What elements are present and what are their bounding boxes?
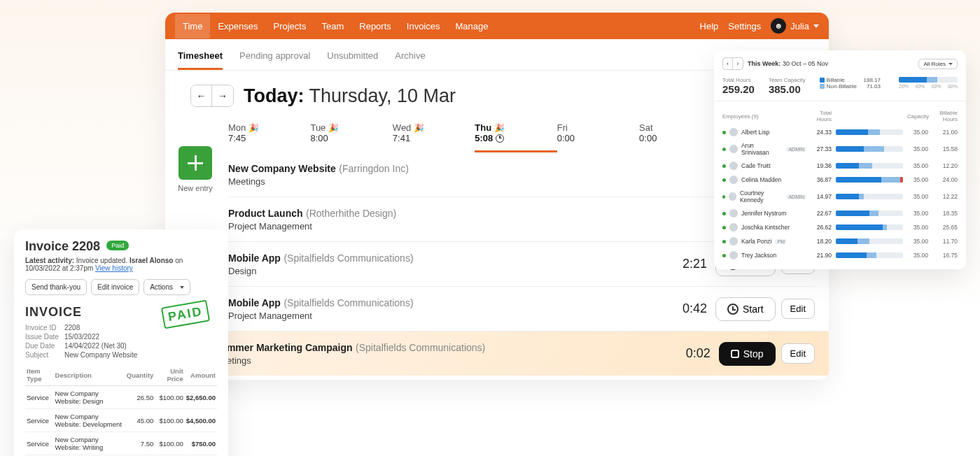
employee-bar [836, 211, 903, 216]
stop-button[interactable]: Stop [719, 342, 776, 366]
tab-archive[interactable]: Archive [395, 46, 425, 70]
total-hours: 259.20 [722, 83, 755, 95]
entry-duration: 0:42 [682, 301, 707, 316]
time-entry[interactable]: Summer Marketing Campaign (Spitalfields … [214, 331, 829, 376]
avatar-icon [729, 176, 738, 184]
settings-link[interactable]: Settings [728, 21, 761, 31]
employee-bar [836, 163, 903, 169]
stop-icon [731, 350, 739, 358]
invoice-line: ServiceNew Company Website: Design26.50$… [25, 386, 217, 409]
avatar-icon [729, 237, 738, 245]
avatar-icon [729, 128, 738, 136]
chevron-down-icon [948, 63, 953, 65]
employees-header[interactable]: Employees (9) [722, 113, 806, 120]
capacity-bar [899, 77, 958, 83]
chevron-down-icon [180, 286, 184, 289]
employee-row[interactable]: Joschka Kintscher 26.62 35.00 25.65 [722, 220, 958, 234]
day-wed[interactable]: Wed 🎉 7:41 [393, 118, 475, 152]
entry-duration: 2:21 [682, 257, 707, 271]
avatar-icon [729, 223, 738, 231]
nav-team[interactable]: Team [314, 14, 351, 38]
edit-invoice-button[interactable]: Edit invoice [91, 279, 139, 295]
employee-bar [836, 129, 903, 135]
nav-projects[interactable]: Projects [266, 14, 314, 38]
nav-manage[interactable]: Manage [448, 14, 496, 38]
day-thu[interactable]: Thu 🎉 5:08 [475, 118, 556, 152]
invoice-line: ServiceNew Company Website: Writing7.50$… [25, 432, 217, 455]
plus-icon[interactable] [178, 146, 212, 180]
send-thankyou-button[interactable]: Send thank-you [25, 279, 87, 295]
avatar-icon [729, 251, 738, 259]
start-button[interactable]: Start [715, 297, 776, 321]
employee-row[interactable]: Arun Srinivasan ADMIN 27.33 35.00 15.58 [722, 139, 958, 159]
invoice-line: ServiceNew Company Website: Development4… [25, 409, 217, 432]
new-entry-label: New entry [172, 184, 218, 192]
avatar-icon [729, 145, 738, 153]
user-name: Julia [790, 21, 809, 31]
day-mon[interactable]: Mon 🎉 7:45 [228, 118, 310, 152]
clock-icon [727, 304, 738, 315]
new-entry[interactable]: New entry [172, 146, 218, 192]
entry-duration: 0:02 [686, 346, 710, 361]
help-link[interactable]: Help [700, 21, 719, 31]
nav-reports[interactable]: Reports [351, 14, 399, 38]
status-badge: Paid [106, 241, 129, 250]
avatar-icon [729, 192, 736, 201]
employee-row[interactable]: Celina Madden 36.87 35.00 24.00 [722, 173, 958, 187]
edit-button[interactable]: Edit [781, 299, 815, 319]
week-label: This Week: 30 Oct – 05 Nov [748, 60, 828, 67]
avatar-icon: ☻ [771, 18, 786, 34]
employee-row[interactable]: Albert Lisp 24.33 35.00 21.00 [722, 125, 958, 139]
team-capacity: 385.00 [769, 83, 806, 95]
invoice-card: Invoice 2208 Paid Latest activity: Invoi… [14, 229, 228, 456]
nav-expenses[interactable]: Expenses [210, 14, 265, 38]
avatar-icon [729, 209, 738, 218]
avatar-icon [729, 162, 738, 170]
tab-pending-approval[interactable]: Pending approval [239, 46, 310, 70]
employee-row[interactable]: Trey Jackson 21.90 35.00 16.75 [722, 248, 958, 262]
day-fri[interactable]: Fri 0:00 [557, 118, 639, 152]
prev-day-button[interactable]: ← [191, 85, 212, 106]
role-filter[interactable]: All Roles [918, 59, 958, 69]
top-nav: TimeExpensesProjectsTeamReportsInvoicesM… [165, 13, 829, 39]
employee-row[interactable]: Courtney Kennedy ADMIN 14.97 35.00 12.22 [722, 187, 958, 206]
day-tue[interactable]: Tue 🎉 8:00 [310, 118, 392, 152]
employee-bar [836, 146, 903, 152]
employee-bar [836, 238, 903, 244]
employee-bar [836, 194, 903, 199]
user-menu[interactable]: ☻ Julia [771, 18, 819, 34]
day-sat[interactable]: Sat 0:00 [639, 118, 721, 152]
page-title: Today: Thursday, 10 Mar [244, 85, 456, 107]
week-nav: ‹ › [722, 57, 743, 70]
time-entry[interactable]: Mobile App (Spitalfields Communications)… [228, 286, 815, 331]
tab-timesheet[interactable]: Timesheet [178, 46, 223, 70]
edit-button[interactable]: Edit [781, 343, 815, 364]
employee-row[interactable]: Jennifer Nystrom 22.67 35.00 18.35 [722, 206, 958, 220]
clock-icon [496, 134, 504, 143]
employee-bar [836, 177, 903, 183]
employee-bar [836, 252, 903, 258]
capacity-panel: ‹ › This Week: 30 Oct – 05 Nov All Roles… [714, 50, 966, 269]
date-nav: ← → [190, 85, 234, 107]
view-history-link[interactable]: View history [95, 264, 133, 272]
invoice-line-table: Item TypeDescriptionQuantityUnit PriceAm… [25, 364, 217, 456]
actions-menu-button[interactable]: Actions [144, 279, 190, 295]
tab-unsubmitted[interactable]: Unsubmitted [327, 46, 378, 70]
employee-bar [836, 225, 903, 230]
prev-week-button[interactable]: ‹ [723, 58, 733, 69]
employee-row[interactable]: Karla Ponzi PM 18.20 35.00 11.70 [722, 234, 958, 248]
invoice-title: Invoice 2208 [25, 239, 100, 254]
next-day-button[interactable]: → [212, 85, 233, 106]
nav-time[interactable]: Time [175, 14, 210, 38]
invoice-activity: Latest activity: Invoice updated. Israel… [25, 257, 217, 272]
chevron-down-icon [813, 24, 819, 28]
nav-invoices[interactable]: Invoices [399, 14, 448, 38]
employee-row[interactable]: Cade Truitt 19.36 35.00 12.20 [722, 159, 958, 173]
next-week-button[interactable]: › [733, 58, 743, 69]
